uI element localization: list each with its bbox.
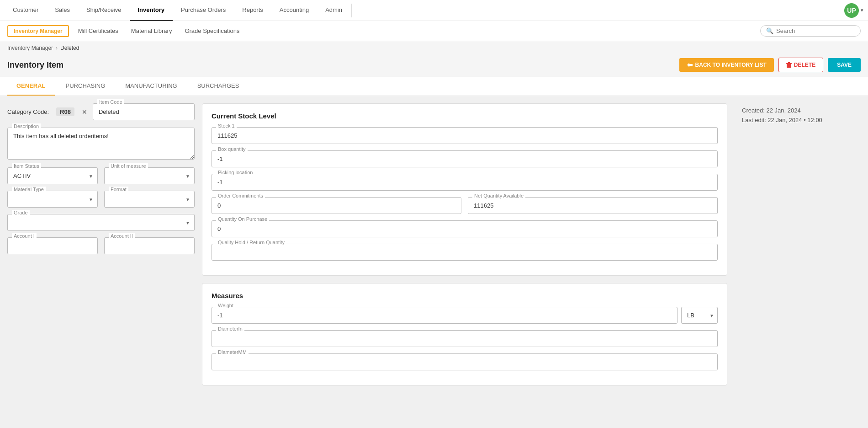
diameter-mm-input[interactable]: [212, 353, 718, 370]
diameter-mm-field: DiameterMM: [212, 353, 718, 370]
format-select-wrapper: [104, 191, 195, 208]
grade-specifications-link[interactable]: Grade Specifications: [183, 27, 241, 35]
item-status-select-wrapper: ACTIV INACT: [7, 167, 98, 184]
nav-sales[interactable]: Sales: [47, 0, 78, 21]
nav-customer[interactable]: Customer: [5, 0, 47, 21]
category-row: Category Code: R08 ✕ Item Code: [7, 103, 195, 120]
svg-marker-0: [687, 63, 693, 67]
item-status-select[interactable]: ACTIV INACT: [7, 167, 98, 184]
net-qty-label: Net Quantity Available: [472, 193, 525, 198]
qty-on-purchase-input[interactable]: [212, 220, 718, 237]
breadcrumb-separator: ›: [56, 45, 58, 51]
qty-on-purchase-label: Quantity On Purchase: [216, 216, 269, 222]
description-label: Description: [12, 123, 41, 129]
item-code-field: Item Code: [93, 103, 195, 120]
format-label: Format: [109, 187, 128, 192]
stock1-field: Stock 1: [212, 127, 718, 144]
weight-input[interactable]: [212, 307, 677, 324]
nav-items: Customer Sales Ship/Receive Inventory Pu…: [5, 0, 844, 21]
svg-rect-2: [788, 62, 790, 63]
diameter-in-input[interactable]: [212, 330, 718, 347]
account-ii-field: Account II: [104, 237, 195, 254]
box-qty-label: Box quantity: [216, 146, 248, 152]
clear-category-icon[interactable]: ✕: [82, 108, 87, 116]
inventory-manager-button[interactable]: Inventory Manager: [7, 25, 69, 37]
accounts-row: Account I Account II: [7, 237, 195, 261]
material-library-link[interactable]: Material Library: [129, 27, 174, 35]
picking-loc-label: Picking location: [216, 170, 254, 175]
account-i-input[interactable]: [7, 237, 98, 254]
item-code-input[interactable]: [93, 103, 195, 120]
description-input[interactable]: This item has all deleted orderitems!: [7, 128, 195, 160]
material-type-select-wrapper: [7, 191, 98, 208]
nav-inventory[interactable]: Inventory: [130, 0, 173, 21]
unit-of-measure-label: Unit of measure: [109, 163, 148, 169]
breadcrumb-link[interactable]: Inventory Manager: [7, 45, 53, 51]
page-header: Inventory Item BACK TO INVENTORY LIST DE…: [0, 55, 868, 77]
measures-card-title: Measures: [212, 292, 718, 300]
last-edit-info: Last edit: 22 Jan, 2024 • 12:00: [742, 117, 861, 123]
stock-card-title: Current Stock Level: [212, 112, 718, 120]
quality-hold-input[interactable]: [212, 244, 718, 261]
grade-select-wrapper: [7, 214, 195, 231]
breadcrumb-current: Deleted: [60, 45, 79, 51]
user-avatar[interactable]: UP: [844, 3, 859, 18]
net-qty-input[interactable]: [468, 197, 718, 214]
nav-divider: [351, 4, 352, 17]
unit-of-measure-select[interactable]: [104, 167, 195, 184]
order-commitments-label: Order Commitments: [216, 193, 265, 198]
material-type-field: Material Type: [7, 191, 98, 208]
page-title: Inventory Item: [7, 60, 679, 70]
tab-surcharges[interactable]: SURCHARGES: [188, 77, 249, 96]
stock-card: Current Stock Level Stock 1 Box quantity…: [202, 103, 727, 276]
box-qty-field: Box quantity: [212, 150, 718, 167]
created-info: Created: 22 Jan, 2024: [742, 107, 861, 114]
grade-label: Grade: [12, 210, 30, 215]
account-i-field: Account I: [7, 237, 98, 254]
delete-button[interactable]: DELETE: [778, 58, 823, 72]
main-content: Category Code: R08 ✕ Item Code Descripti…: [0, 96, 868, 428]
grade-select[interactable]: [7, 214, 195, 231]
unit-of-measure-field: Unit of measure: [104, 167, 195, 184]
account-ii-input[interactable]: [104, 237, 195, 254]
weight-field: Weight LB KG: [212, 307, 718, 324]
category-label: Category Code:: [7, 108, 49, 115]
nav-admin[interactable]: Admin: [317, 0, 350, 21]
nav-purchaseorders[interactable]: Purchase Orders: [173, 0, 234, 21]
left-column: Category Code: R08 ✕ Item Code Descripti…: [7, 103, 195, 425]
weight-unit-select-wrap: LB KG: [681, 307, 718, 324]
item-code-label: Item Code: [97, 99, 124, 105]
quality-hold-field: Quality Hold / Return Quantity: [212, 244, 718, 261]
tab-general[interactable]: GENERAL: [7, 77, 55, 96]
tab-manufacturing[interactable]: MANUFACTURING: [116, 77, 186, 96]
box-qty-input[interactable]: [212, 150, 718, 167]
item-status-field: Item Status ACTIV INACT: [7, 167, 98, 184]
format-select[interactable]: [104, 191, 195, 208]
nav-reports[interactable]: Reports: [234, 0, 271, 21]
stock1-input[interactable]: [212, 127, 718, 144]
avatar-caret-icon[interactable]: ▾: [861, 7, 863, 13]
picking-loc-input[interactable]: [212, 174, 718, 191]
grade-field: Grade: [7, 214, 195, 231]
weight-row: LB KG: [212, 307, 718, 324]
qty-on-purchase-field: Quantity On Purchase: [212, 220, 718, 237]
search-input[interactable]: [776, 27, 849, 34]
material-type-label: Material Type: [12, 187, 46, 192]
material-type-select[interactable]: [7, 191, 98, 208]
save-button[interactable]: SAVE: [828, 58, 861, 72]
mill-certificates-link[interactable]: Mill Certificates: [76, 27, 120, 35]
nav-shipreceive[interactable]: Ship/Receive: [78, 0, 130, 21]
description-field: Description This item has all deleted or…: [7, 128, 195, 161]
account-ii-label: Account II: [109, 233, 135, 239]
search-box: 🔍: [760, 25, 861, 37]
material-format-row: Material Type Format: [7, 191, 195, 214]
tab-purchasing[interactable]: PURCHASING: [57, 77, 115, 96]
back-to-inventory-button[interactable]: BACK TO INVENTORY LIST: [679, 58, 774, 72]
weight-input-wrap: [212, 307, 677, 324]
format-field: Format: [104, 191, 195, 208]
sub-nav: Inventory Manager Mill Certificates Mate…: [0, 21, 868, 41]
order-commitments-input[interactable]: [212, 197, 461, 214]
item-status-label: Item Status: [12, 163, 41, 169]
weight-unit-select[interactable]: LB KG: [681, 307, 718, 324]
nav-accounting[interactable]: Accounting: [271, 0, 317, 21]
